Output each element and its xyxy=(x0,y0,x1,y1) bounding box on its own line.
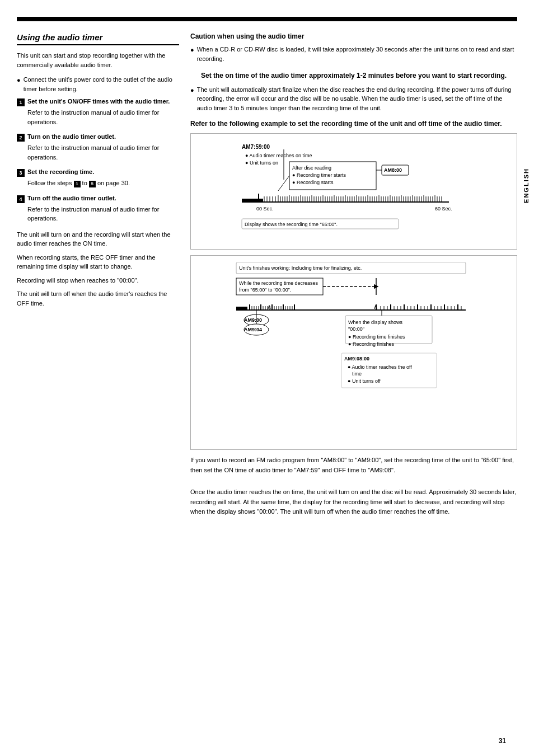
top-bar xyxy=(17,17,517,21)
svg-text:● Unit turns on: ● Unit turns on xyxy=(245,160,278,166)
step-2-title: Turn on the audio timer outlet. xyxy=(27,133,116,140)
diagram-2: Unit's finishes working: Including time … xyxy=(190,255,517,450)
note-4: The unit will turn off when the audio ti… xyxy=(17,289,179,308)
svg-text:Unit's finishes working: Inclu: Unit's finishes working: Including time … xyxy=(239,265,362,271)
step-3-title: Set the recording time. xyxy=(27,168,94,175)
svg-text:● Unit turns off: ● Unit turns off xyxy=(348,378,381,384)
svg-rect-92 xyxy=(242,199,263,202)
note-1: The unit will turn on and the recording … xyxy=(17,230,179,248)
caution-title: Caution when using the audio timer xyxy=(190,32,517,40)
diagram-1: AM7:59:00 ● Audio timer reaches on time … xyxy=(190,133,517,250)
svg-text:● Recording time finishes: ● Recording time finishes xyxy=(348,334,405,340)
svg-text:∧: ∧ xyxy=(373,303,378,310)
svg-text:60 Sec.: 60 Sec. xyxy=(435,206,452,212)
sidebar-english: ENGLISH xyxy=(523,168,530,203)
content-area: Using the audio timer This unit can star… xyxy=(17,32,517,517)
step-3-desc: Follow the steps 1 to 5 on page 30. xyxy=(17,179,179,188)
svg-text:● Audio timer reaches the off: ● Audio timer reaches the off xyxy=(348,364,412,370)
caution-bullet: ● When a CD-R or CD-RW disc is loaded, i… xyxy=(190,45,517,63)
step-4-num: 4 xyxy=(17,195,25,203)
step-3: 3 Set the recording time. Follow the ste… xyxy=(17,168,179,188)
step-1-title: Set the unit's ON/OFF times with the aud… xyxy=(27,98,170,105)
svg-text:AM9:08:00: AM9:08:00 xyxy=(344,356,369,361)
svg-text:AM9:00: AM9:00 xyxy=(244,317,262,323)
svg-text:from "65:00" to "00:00".: from "65:00" to "00:00". xyxy=(239,287,291,293)
svg-rect-106 xyxy=(236,307,247,310)
refer-title: Refer to the following example to set th… xyxy=(190,119,517,129)
svg-text:After disc reading: After disc reading xyxy=(292,165,331,171)
step-3-num: 3 xyxy=(17,169,25,177)
svg-text:● Audio timer reaches on time: ● Audio timer reaches on time xyxy=(245,153,312,158)
svg-text:While the recording time decre: While the recording time decreases xyxy=(239,280,318,286)
step-2-desc: Refer to the instruction manual of audio… xyxy=(17,143,179,162)
step-4-title: Turn off the audio timer outlet. xyxy=(27,195,116,201)
svg-text:time: time xyxy=(352,371,362,377)
bullet-connect-text: Connect the unit's power cord to the out… xyxy=(24,75,179,93)
svg-text:"00:00": "00:00" xyxy=(348,326,364,332)
step-1-header: 1 Set the unit's ON/OFF times with the a… xyxy=(17,98,179,106)
bullet-dot-1: ● xyxy=(17,76,21,93)
step-1-desc: Refer to the instruction manual of audio… xyxy=(17,108,179,126)
step-1-num: 1 xyxy=(17,98,25,106)
set-time-bullet: ● The unit will automatically start fina… xyxy=(190,85,517,113)
right-column: Caution when using the audio timer ● Whe… xyxy=(190,32,517,517)
page-container: Using the audio timer This unit can star… xyxy=(0,0,534,756)
diagram-1-svg: AM7:59:00 ● Audio timer reaches on time … xyxy=(198,140,510,241)
intro-text: This unit can start and stop recording t… xyxy=(17,51,179,69)
svg-text:● Recording starts: ● Recording starts xyxy=(292,180,334,185)
step-2-header: 2 Turn on the audio timer outlet. xyxy=(17,133,179,142)
svg-text:AM9:04: AM9:04 xyxy=(244,327,262,332)
step-4-desc: Refer to the instruction manual of audio… xyxy=(17,205,179,223)
caution-bullet-text: When a CD-R or CD-RW disc is loaded, it … xyxy=(197,45,517,63)
final-text-2: Once the audio timer reaches the on time… xyxy=(190,487,517,517)
svg-text:● Recording timer starts: ● Recording timer starts xyxy=(292,172,346,178)
svg-text:When the display shows: When the display shows xyxy=(348,320,403,325)
set-time-title: Set the on time of the audio timer appro… xyxy=(190,71,517,81)
set-time-bullet-text: The unit will automatically start finali… xyxy=(197,85,517,113)
bullet-dot-set: ● xyxy=(190,86,194,113)
left-column: Using the audio timer This unit can star… xyxy=(17,32,179,517)
diagram-2-svg: Unit's finishes working: Including time … xyxy=(198,262,510,442)
bullet-connect: ● Connect the unit's power cord to the o… xyxy=(17,75,179,93)
step-4: 4 Turn off the audio timer outlet. Refer… xyxy=(17,195,179,223)
note-2: When recording starts, the REC OFF timer… xyxy=(17,253,179,271)
svg-text:Display shows the recording ti: Display shows the recording time "65:00"… xyxy=(245,222,338,227)
section-title: Using the audio timer xyxy=(17,32,179,45)
svg-text:AM7:59:00: AM7:59:00 xyxy=(242,144,270,150)
final-text-1: If you want to record an FM radio progra… xyxy=(190,456,517,475)
step-1: 1 Set the unit's ON/OFF times with the a… xyxy=(17,98,179,126)
step-3-header: 3 Set the recording time. xyxy=(17,168,179,177)
step-2-num: 2 xyxy=(17,134,25,142)
svg-text:∧: ∧ xyxy=(267,303,271,310)
svg-text:● Recording finishes: ● Recording finishes xyxy=(348,341,394,347)
page-number: 31 xyxy=(499,737,506,745)
bullet-dot-caution: ● xyxy=(190,45,194,63)
step-2: 2 Turn on the audio timer outlet. Refer … xyxy=(17,133,179,162)
svg-text:00 Sec.: 00 Sec. xyxy=(256,206,274,212)
svg-text:AM8:00: AM8:00 xyxy=(384,167,402,173)
step-4-header: 4 Turn off the audio timer outlet. xyxy=(17,195,179,203)
note-3: Recording will stop when reaches to "00:… xyxy=(17,276,179,285)
